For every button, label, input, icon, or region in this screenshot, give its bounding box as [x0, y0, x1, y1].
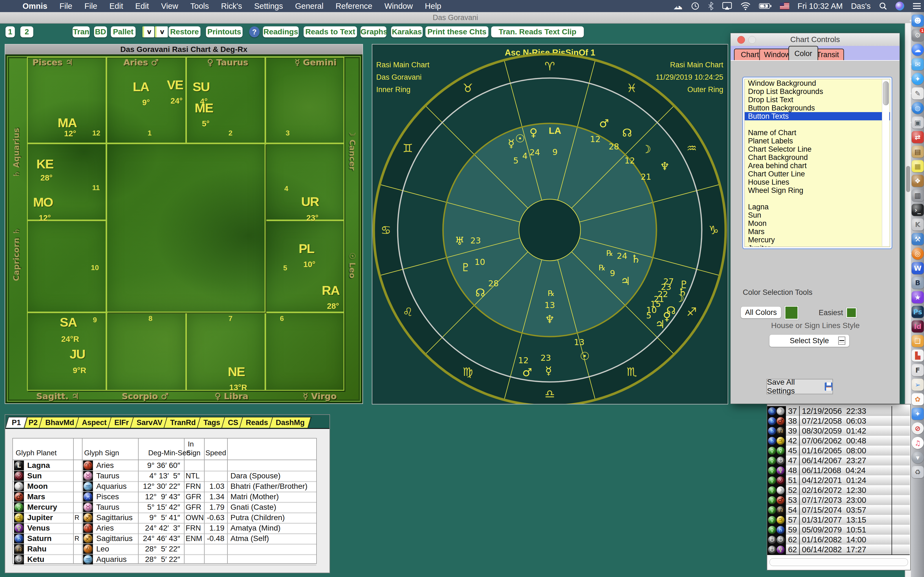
planet-tab-sarvav[interactable]: SarvAV: [130, 417, 169, 428]
dock-safari-icon[interactable]: ✦: [912, 73, 924, 85]
dasha-row[interactable]: ☋☋6201/16/2082 14:00: [767, 535, 910, 545]
toolbar-button-reads-to-text[interactable]: Reads to Text: [304, 26, 357, 37]
toolbar-button-2[interactable]: 2: [20, 26, 33, 37]
toolbar-button-restore[interactable]: Restore: [169, 26, 200, 37]
dock-textedit-icon[interactable]: ✎: [912, 87, 924, 100]
planet-table-row[interactable]: ☊Rahu♌Leo28° 5′ 22″: [13, 544, 316, 555]
toolbar-button-graphs[interactable]: Graphs: [360, 26, 386, 37]
dasha-row[interactable]: ☿♄5905/09/2079 10:51: [767, 525, 910, 535]
dock-keychain-access-icon[interactable]: K: [912, 218, 924, 230]
dasha-row[interactable]: ♄♂3807/21/2058 06:03: [767, 416, 910, 426]
menu-item-window[interactable]: Window: [384, 2, 413, 11]
spotlight-icon[interactable]: [879, 0, 887, 12]
all-colors-swatch[interactable]: [785, 306, 798, 319]
easiest-swatch[interactable]: [846, 308, 857, 318]
color-object-item[interactable]: Planet Labels: [745, 137, 890, 145]
toolbar-button-1[interactable]: 1: [5, 26, 15, 37]
dock-orange-disc-app-icon[interactable]: ◎: [912, 248, 924, 259]
dock-blue-disc-app-icon[interactable]: ◍: [912, 102, 924, 114]
dasha-horizontal-scrollbar[interactable]: [769, 558, 908, 566]
menu-item-settings[interactable]: Settings: [254, 2, 283, 11]
color-object-item[interactable]: [745, 195, 890, 203]
dasha-row[interactable]: ☋♀6206/14/2082 17:27: [767, 545, 910, 555]
dock-finder-icon[interactable]: ☻: [912, 15, 924, 27]
menu-user-name[interactable]: Das's: [851, 2, 871, 11]
dock-photos-icon[interactable]: ✿: [912, 393, 924, 405]
chart-dropdown-button[interactable]: v: [142, 26, 154, 37]
toolbar-button-tran[interactable]: Tran: [73, 26, 90, 37]
planet-tab-bhavmd[interactable]: BhavMd: [39, 417, 81, 428]
siri-icon[interactable]: [895, 0, 904, 12]
dock-no-entry-app-icon[interactable]: ⊘: [912, 422, 924, 434]
dasha-row[interactable]: ♄☊3908/30/2059 01:42: [767, 426, 910, 436]
dock-bbedit-icon[interactable]: B: [912, 277, 924, 289]
select-style-button[interactable]: Select Style: [769, 334, 850, 347]
planet-table-row[interactable]: ♄SaturnR♐Sagittarius24° 46′ 43″ENM-0.48A…: [13, 533, 316, 545]
toolbar-button-readings[interactable]: Readings: [263, 26, 299, 37]
toolbar-button-pallet[interactable]: Pallet: [111, 26, 136, 37]
color-object-item[interactable]: [745, 120, 890, 129]
menu-item-file[interactable]: File: [60, 2, 72, 11]
color-object-item[interactable]: Drop List Backgrounds: [745, 87, 890, 96]
toolbar-button-bd[interactable]: BD: [94, 26, 107, 37]
color-object-item[interactable]: Chart Background: [745, 153, 890, 161]
menu-item-edit[interactable]: Edit: [110, 2, 123, 11]
dasha-row[interactable]: ☿♂5307/17/2073 23:00: [767, 495, 910, 506]
dock-indesign-icon[interactable]: Id: [912, 321, 924, 332]
dock-cloud-upload-app-icon[interactable]: ☁: [912, 44, 924, 56]
dasha-row[interactable]: ♄☽3712/19/2056 22:33: [767, 406, 910, 417]
window-title-bar[interactable]: Das Goravani: [0, 12, 911, 24]
color-object-item[interactable]: Name of Chart: [745, 129, 890, 137]
menu-item-help[interactable]: Help: [425, 2, 441, 11]
color-object-item[interactable]: Chart Outter Line: [745, 170, 890, 178]
color-object-item[interactable]: Moon: [745, 219, 890, 227]
menu-item-file[interactable]: File: [84, 2, 97, 11]
tab-color[interactable]: Color: [788, 46, 818, 60]
dasha-row[interactable]: ☿☽5202/16/2072 12:30: [767, 485, 910, 496]
planet-tab-dashmg[interactable]: DashMg: [270, 417, 311, 428]
color-object-item[interactable]: Wheel Sign Ring: [745, 186, 890, 195]
dock-video-star-app-icon[interactable]: ★: [912, 291, 924, 303]
dock-trash-icon[interactable]: ♻: [912, 466, 924, 478]
dock-font-book-icon[interactable]: F: [912, 364, 924, 376]
color-object-item[interactable]: Jupiter: [745, 244, 890, 247]
menu-item-edit[interactable]: Edit: [135, 2, 149, 11]
dasha-row[interactable]: ☿☿4501/16/2065 08:00: [767, 446, 910, 456]
dock-maps-icon[interactable]: ➢: [912, 379, 924, 391]
menu-item-reference[interactable]: Reference: [336, 2, 372, 11]
toolbar-button-tran-reads-text-clip[interactable]: Tran. Reads Text Clip: [491, 26, 584, 37]
bluetooth-icon[interactable]: [708, 0, 714, 12]
dasha-row[interactable]: ♄♃4207/06/2062 00:48: [767, 436, 910, 446]
dasha-row[interactable]: ☿☉5104/12/2071 01:24: [767, 475, 910, 486]
all-colors-button[interactable]: All Colors: [741, 306, 781, 318]
dock-photoshop-icon[interactable]: Ps: [912, 306, 924, 318]
menu-item-omnis[interactable]: Omnis: [23, 2, 47, 11]
planet-tab-tranrd[interactable]: TranRd: [164, 417, 202, 428]
dock-fetch-dog-icon[interactable]: ❖: [912, 175, 924, 187]
dock-photo-booth-icon[interactable]: ▤: [912, 146, 924, 158]
wifi-icon[interactable]: [740, 0, 751, 12]
color-object-item[interactable]: Chart Selector Line: [745, 145, 890, 153]
planet-table-row[interactable]: ♂Mars♓Pisces12° 9′ 43″GFR1.34Matri (Moth…: [13, 492, 316, 503]
dock-xcode-icon[interactable]: ⚒: [912, 233, 924, 245]
planet-table-row[interactable]: ☉Sun♉Taurus4° 13′ 5″NTLDara (Spouse): [13, 471, 316, 482]
list-scrollbar[interactable]: [882, 80, 889, 246]
dock-terminal-icon[interactable]: ›_: [912, 204, 924, 216]
dock-preview-icon[interactable]: ▣: [912, 116, 924, 129]
planet-table-row[interactable]: ☿Mercury♉Taurus5° 15′ 42″GFR1.79Gnati (C…: [13, 502, 316, 513]
notification-center-icon[interactable]: [913, 0, 921, 12]
dasha-row[interactable]: ☿☋4706/14/2067 23:27: [767, 456, 910, 466]
dock-ms-word-icon[interactable]: W: [912, 262, 924, 274]
color-object-item[interactable]: Mars: [745, 227, 890, 236]
toolbar-button-karakas[interactable]: Karakas: [391, 26, 423, 37]
dock-pages-icon[interactable]: ❏: [912, 335, 924, 347]
color-object-item[interactable]: Mercury: [745, 236, 890, 244]
dock-music-icon[interactable]: ♫: [912, 437, 924, 449]
color-object-item[interactable]: Drop List Text: [745, 96, 890, 104]
dock-printer-icon[interactable]: ▥: [912, 189, 924, 201]
help-button[interactable]: ?: [249, 26, 260, 37]
us-flag-icon[interactable]: [780, 0, 789, 12]
scrollbar-thumb[interactable]: [906, 166, 910, 192]
dock-charts-app-icon[interactable]: ▙: [912, 350, 924, 362]
dasha-row[interactable]: ☿♃5701/31/2077 13:15: [767, 515, 910, 525]
